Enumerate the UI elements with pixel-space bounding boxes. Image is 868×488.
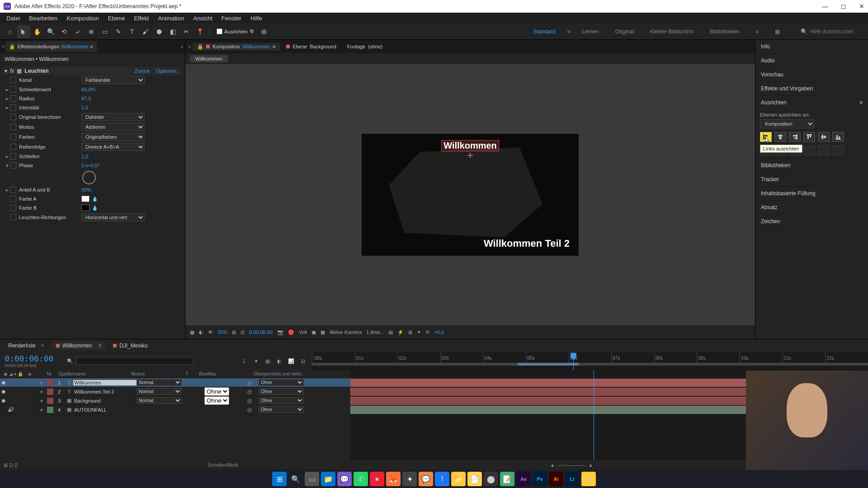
mask-toggle-icon[interactable]: ▦ [190,329,194,335]
visibility-toggle[interactable]: ◉ [0,389,7,394]
home-tool[interactable]: ⌂ [4,25,16,38]
pen-tool[interactable]: ✎ [112,25,125,38]
maximize-button[interactable]: ◻ [841,3,846,10]
layer-tab-background[interactable]: Ebene Background [282,43,341,50]
effect-controls-tab[interactable]: 🔒 Effekteinstellungen Willkommen ≡ [5,41,96,52]
twirl-icon[interactable]: ▸ [5,87,10,93]
prop-kanal-select[interactable]: Farbkanäle [81,76,145,84]
stopwatch-richtungen[interactable] [10,214,16,221]
rotate-tool[interactable]: ⤾ [71,25,84,38]
align-left-button[interactable] [760,132,772,142]
taskbar-app6[interactable]: ▶ [581,472,596,486]
layer-twirl-icon[interactable]: ▸ [41,389,47,394]
work-area-bar[interactable] [518,363,579,366]
stopwatch-modus[interactable] [10,124,16,130]
stopwatch-farbeA[interactable] [10,196,16,202]
tab-menu-icon[interactable]: ≡ [273,44,275,49]
prop-schleifen-value[interactable]: 1,0 [81,154,88,159]
shy-toggle-icon[interactable]: ⤵ [240,357,249,365]
prop-original-select[interactable]: Dahinter [81,113,145,121]
effect-header[interactable]: ▾ fx ▦ Leuchten Zurück Optionen... [3,67,182,75]
prop-reihenfolge-select[interactable]: Dreieck A>B>A [81,143,145,151]
menu-datei[interactable]: Datei [2,15,24,22]
zoom-tool[interactable]: 🔍 [44,25,57,38]
fx-badge[interactable]: fx [10,68,14,74]
blend-mode-select[interactable]: Normal [137,388,182,395]
brainstorm-icon[interactable]: ⊡ [298,357,307,365]
layer-row[interactable]: ◉ ▸ 1 T Willkommen Normal @ Ohne [0,378,350,387]
eyedropper-icon[interactable]: 💧 [91,205,99,211]
taskbar-messenger[interactable]: 💬 [419,472,433,486]
switches-modes-toggle[interactable]: Schalter/Modi [208,462,238,468]
layer-name[interactable]: Willkommen [73,380,137,385]
menu-bearbeiten[interactable]: Bearbeiten [24,15,62,22]
zoom-dropdown[interactable]: 25% [217,329,227,335]
layer-color-label[interactable] [47,389,53,395]
taskbar-app3[interactable]: ✦ [402,472,417,486]
pickwhip-icon[interactable]: @ [241,380,259,385]
brush-tool[interactable]: 🖌 [139,25,152,38]
stopwatch-reihenfolge[interactable] [10,144,16,150]
layer-twirl-icon[interactable]: ▸ [41,398,47,404]
timeline-tab-dji[interactable]: DJI_Mexiko [108,342,152,350]
stamp-tool[interactable]: ⬢ [153,25,165,38]
panel-menu-icon[interactable]: ≡ [859,99,863,106]
stopwatch-phase[interactable] [10,162,16,169]
taskbar-taskview[interactable]: ▭ [305,472,319,486]
tab-options-icon[interactable]: ≡ [90,44,93,49]
workspace-overflow-icon[interactable]: » [751,28,763,35]
twirl-icon[interactable]: ▸ [5,96,10,102]
views-dropdown[interactable]: 1 Ansi... [366,329,384,335]
frameblend-icon[interactable]: ▤ [263,357,272,365]
taskbar-app2[interactable]: ● [370,472,384,486]
workspace-standard[interactable]: Standard [528,28,560,35]
alpha-toggle-icon[interactable]: ◐ [199,329,203,335]
layer-row[interactable]: 🔊 ▸ 4 ▦ AUTOUNFALL @ Ohne [0,405,350,414]
farbeA-swatch[interactable] [81,196,90,202]
snapping-toggle[interactable]: Ausrichten ⚙ [217,28,254,34]
phase-dial[interactable] [82,171,96,184]
resolution-dropdown[interactable]: Voll [299,329,307,335]
align-vcenter-button[interactable] [818,132,830,142]
stopwatch-farben[interactable] [10,134,16,140]
playhead[interactable] [573,352,574,370]
graph-icon[interactable]: 📊 [287,357,296,365]
snap-grid-icon[interactable]: ⊞ [258,25,270,38]
effect-twirl-icon[interactable]: ▾ [5,68,7,74]
tracker-panel-header[interactable]: Tracker [755,173,868,186]
blend-mode-select[interactable]: Normal [137,379,182,386]
taskbar-aftereffects[interactable]: Ae [516,472,531,486]
menu-fenster[interactable]: Fenster [217,15,246,22]
layer-color-label[interactable] [47,407,53,413]
layer-color-label[interactable] [47,398,53,404]
taskbar-app5[interactable]: 📝 [500,472,514,486]
panel-menu-icon[interactable]: × [2,44,5,49]
selection-tool[interactable] [17,25,30,38]
layer-color-label[interactable] [47,380,53,386]
prop-modus-select[interactable]: Addieren [81,123,145,131]
transparency-icon[interactable]: ▦ [321,329,325,335]
layer-row[interactable]: ◉ ▸ 2 T Willkommen Teil 2 Normal Ohne @ … [0,387,350,396]
snapping-checkbox[interactable] [217,28,222,34]
anchor-point-icon[interactable] [467,153,473,158]
menu-ebene[interactable]: Ebene [104,15,130,22]
align-top-button[interactable] [803,132,815,142]
visibility-toggle[interactable]: ◉ [0,398,7,404]
taskbar-app4[interactable]: 📄 [467,472,482,486]
minimize-button[interactable]: — [822,3,828,10]
layer-name[interactable]: Willkommen Teil 2 [73,389,137,394]
align-bottom-button[interactable] [832,132,844,142]
pickwhip-icon[interactable]: @ [241,407,259,413]
puppet-tool[interactable]: 📍 [193,25,206,38]
timeline-tab-willkommen[interactable]: Willkommen≡ [52,342,106,350]
twirl-icon[interactable]: ▸ [5,154,10,160]
fast-preview-icon[interactable]: ⚡ [397,329,404,335]
taskbar-app1[interactable]: 💬 [337,472,352,486]
stopwatch-original[interactable] [10,114,16,120]
effect-reset-button[interactable]: Zurück [135,68,150,74]
twirl-icon[interactable]: ▾ [5,163,10,169]
layer-row[interactable]: ◉ ▸ 3 ▦ Background Normal Ohne @ Ohne [0,396,350,405]
hand-tool[interactable]: ✋ [31,25,43,38]
farbeB-swatch[interactable] [81,205,90,211]
roto-tool[interactable]: ✂ [180,25,193,38]
